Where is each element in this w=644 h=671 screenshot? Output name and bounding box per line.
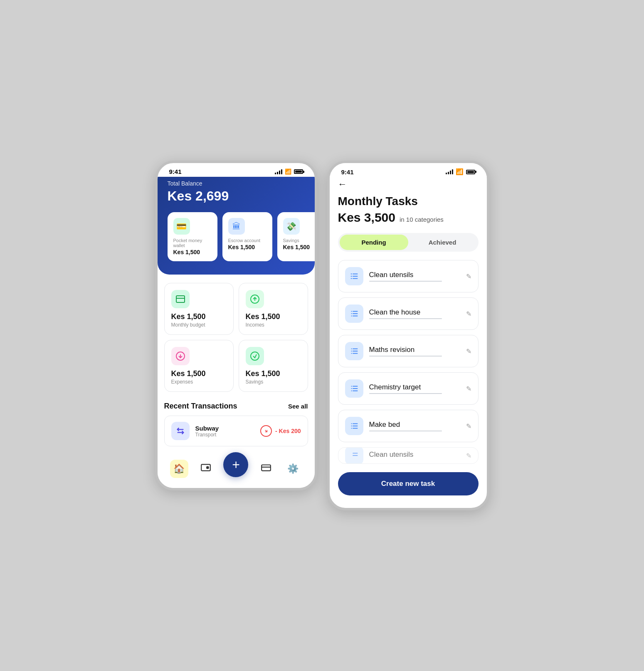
task-icon-4: [345, 379, 363, 398]
pocket-wallet-label: Pocket money wallet: [173, 238, 212, 248]
task-icon-6: [345, 447, 363, 464]
task-item-chemistry[interactable]: Chemistry target ✎: [338, 372, 479, 405]
task-content-2: Clean the house: [369, 308, 460, 319]
transaction-subway[interactable]: Subway Transport - Kes 200: [164, 416, 308, 446]
pocket-wallet-icon: 💳: [173, 218, 190, 235]
task-edit-6[interactable]: ✎: [466, 452, 471, 460]
monthly-budget-icon: [171, 290, 190, 308]
svg-rect-9: [201, 464, 210, 470]
tab-achieved[interactable]: Achieved: [408, 235, 477, 250]
task-content-3: Maths revision: [369, 346, 460, 357]
task-icon-5: [345, 417, 363, 435]
subway-amount-wrap: - Kes 200: [260, 425, 301, 437]
task-edit-4[interactable]: ✎: [466, 385, 471, 393]
task-icon-2: [345, 305, 363, 323]
task-item-partial[interactable]: Clean utensils ✎: [338, 447, 479, 464]
page-amount: Kes 3,500: [338, 210, 395, 225]
screen2-phone: 9:41 📶 ← Monthly Tasks Kes 3,500 in 10 c…: [327, 161, 489, 510]
status-time-1: 9:41: [169, 168, 182, 175]
status-icons-2: 📶: [446, 168, 475, 176]
subway-arrow-icon: [260, 425, 272, 437]
status-bar-screen2: 9:41 📶: [330, 163, 487, 177]
task-icon-3: [345, 342, 363, 360]
savings2-label: Savings: [246, 379, 301, 385]
task-edit-5[interactable]: ✎: [466, 422, 471, 430]
task-item-clean-house[interactable]: Clean the house ✎: [338, 297, 479, 330]
escrow-wallet-icon: 🏛: [228, 218, 245, 235]
task-name-3: Maths revision: [369, 346, 460, 354]
signal-icon-2: [446, 169, 453, 174]
page-title: Monthly Tasks: [338, 195, 479, 208]
expenses-label: Expenses: [171, 379, 227, 385]
recent-title: Recent Transactions: [164, 402, 237, 411]
tab-pending[interactable]: Pending: [340, 235, 408, 250]
task-edit-1[interactable]: ✎: [466, 272, 471, 280]
expenses-icon: [171, 347, 190, 365]
nav-home[interactable]: 🏠: [170, 460, 188, 478]
expenses-amount: Kes 1,500: [171, 369, 227, 378]
cards-icon: [261, 462, 271, 475]
wallet-cards: 💳 Pocket money wallet Kes 1,500 🏛 Escrow…: [168, 212, 305, 261]
savings-wallet-label: Savings: [283, 238, 317, 243]
status-icons-1: 📶: [275, 168, 303, 175]
task-underline-3: [369, 356, 442, 357]
budget-card-incomes[interactable]: Kes 1,500 Incomes: [239, 283, 308, 335]
task-name-2: Clean the house: [369, 308, 460, 317]
create-task-button[interactable]: Create new task: [338, 472, 479, 495]
screen2-body: ← Monthly Tasks Kes 3,500 in 10 categori…: [330, 177, 487, 508]
task-content-6: Clean utensils: [369, 451, 460, 461]
signal-icon: [275, 169, 282, 174]
wifi-icon: 📶: [285, 168, 291, 175]
wallet-card-escrow[interactable]: 🏛 Escrow account Kes 1,500: [222, 212, 272, 261]
budget-card-monthly[interactable]: Kes 1,500 Monthly budget: [164, 283, 234, 335]
task-content-1: Clean utensils: [369, 271, 460, 282]
monthly-budget-amount: Kes 1,500: [171, 312, 227, 321]
page-categories: in 10 categories: [400, 216, 444, 223]
monthly-budget-label: Monthly budget: [171, 322, 227, 328]
incomes-label: Incomes: [246, 322, 301, 328]
task-underline-1: [369, 281, 442, 282]
incomes-amount: Kes 1,500: [246, 312, 301, 321]
task-icon-1: [345, 267, 363, 285]
task-item-maths[interactable]: Maths revision ✎: [338, 335, 479, 367]
svg-rect-10: [207, 467, 208, 468]
status-bar-screen1: 9:41 📶: [158, 163, 315, 177]
budget-card-expenses[interactable]: Kes 1,500 Expenses: [164, 340, 234, 392]
status-time-2: 9:41: [341, 168, 354, 176]
task-content-4: Chemistry target: [369, 383, 460, 394]
task-underline-2: [369, 318, 442, 319]
svg-point-6: [251, 352, 259, 360]
savings2-icon: [246, 347, 264, 365]
task-name-5: Make bed: [369, 421, 460, 429]
task-edit-2[interactable]: ✎: [466, 310, 471, 318]
task-underline-5: [369, 431, 442, 431]
task-name-4: Chemistry target: [369, 383, 460, 391]
svg-rect-0: [176, 296, 185, 302]
tab-switch: Pending Achieved: [338, 233, 479, 252]
wallet-card-pocket[interactable]: 💳 Pocket money wallet Kes 1,500: [168, 212, 217, 261]
task-underline-4: [369, 393, 442, 394]
nav-cards[interactable]: [257, 460, 275, 478]
bottom-nav: 🏠 + ⚙️: [158, 453, 315, 488]
task-content-5: Make bed: [369, 421, 460, 431]
subway-category: Transport: [195, 432, 255, 438]
nav-settings[interactable]: ⚙️: [284, 460, 302, 478]
nav-wallet[interactable]: [197, 460, 215, 478]
savings2-amount: Kes 1,500: [246, 369, 301, 378]
wallet-card-savings[interactable]: 💸 Savings Kes 1,500: [277, 212, 317, 261]
task-item-makebed[interactable]: Make bed ✎: [338, 410, 479, 442]
task-edit-3[interactable]: ✎: [466, 347, 471, 355]
add-button[interactable]: +: [223, 452, 248, 477]
task-item-clean-utensils[interactable]: Clean utensils ✎: [338, 260, 479, 292]
back-button[interactable]: ←: [338, 179, 347, 190]
budget-card-savings2[interactable]: Kes 1,500 Savings: [239, 340, 308, 392]
task-name-1: Clean utensils: [369, 271, 460, 279]
incomes-icon: [246, 290, 264, 308]
see-all-button[interactable]: See all: [288, 403, 308, 410]
wifi-icon-2: 📶: [456, 168, 464, 176]
svg-rect-11: [262, 465, 271, 471]
screen1-phone: 9:41 📶 Total Balance Kes 2,699 💳 Pocket …: [155, 161, 317, 490]
balance-label: Total Balance: [168, 180, 305, 187]
battery-icon-2: [466, 170, 475, 174]
subway-amount: - Kes 200: [275, 428, 301, 434]
